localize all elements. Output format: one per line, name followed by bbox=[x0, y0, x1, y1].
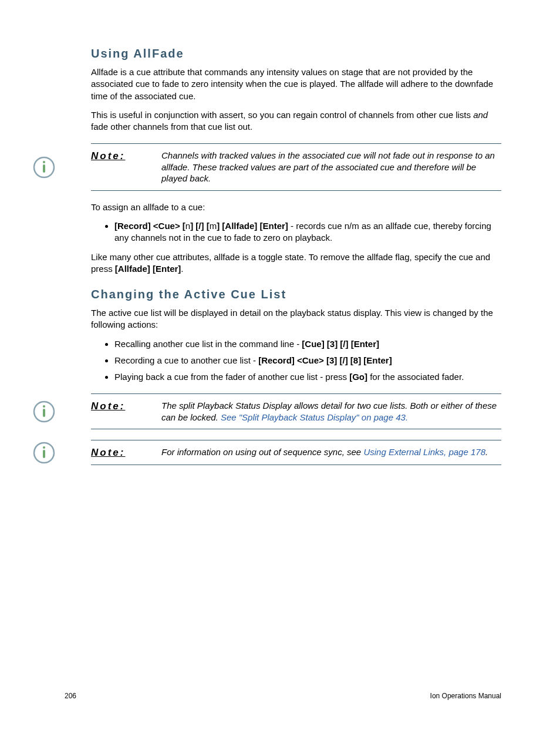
text: for the associated fader. bbox=[367, 372, 464, 382]
text-emphasis: and bbox=[473, 110, 488, 120]
text: . bbox=[485, 447, 488, 457]
info-icon bbox=[32, 400, 56, 423]
note-frame: Note: The split Playback Status Display … bbox=[91, 393, 501, 429]
list-item: [Record] <Cue> [n] [/] [m] [Allfade] [En… bbox=[114, 220, 501, 244]
text: Recalling another cue list in the comman… bbox=[114, 339, 302, 349]
note-body: The split Playback Status Display allows… bbox=[161, 400, 501, 423]
paragraph: The active cue list will be displayed in… bbox=[91, 307, 501, 331]
text: This is useful in conjunction with asser… bbox=[91, 110, 473, 120]
page-number: 206 bbox=[65, 692, 76, 700]
text-bold: ] [/] [ bbox=[190, 221, 209, 231]
bullet-list: [Record] <Cue> [n] [/] [m] [Allfade] [En… bbox=[91, 220, 501, 244]
note-frame: Note: For information on using out of se… bbox=[91, 440, 501, 465]
bullet-list: Recalling another cue list in the comman… bbox=[91, 338, 501, 383]
page: Using AllFade Allfade is a cue attribute… bbox=[0, 0, 560, 747]
text-bold: [Record] <Cue> [3] [/] [8] [Enter] bbox=[258, 355, 392, 365]
text-bold: [Allfade] [Enter] bbox=[115, 264, 181, 274]
page-footer: 206 Ion Operations Manual bbox=[65, 692, 501, 700]
section-title-active-cue: Changing the Active Cue List bbox=[91, 288, 501, 301]
note-body: Channels with tracked values in the asso… bbox=[161, 150, 501, 184]
text-bold: [Cue] [3] [/] [Enter] bbox=[302, 339, 379, 349]
text-bold: ] [Allfade] [Enter] bbox=[217, 221, 288, 231]
list-item: Recording a cue to another cue list - [R… bbox=[114, 355, 501, 366]
cross-reference-link[interactable]: See "Split Playback Status Display" on p… bbox=[221, 412, 408, 422]
note-label: Note: bbox=[91, 400, 161, 412]
svg-point-1 bbox=[43, 161, 45, 163]
main-content: Using AllFade Allfade is a cue attribute… bbox=[91, 47, 501, 476]
note-label: Note: bbox=[91, 150, 161, 162]
svg-rect-8 bbox=[43, 450, 45, 458]
text-bold: [Go] bbox=[349, 372, 367, 382]
section-title-allfade: Using AllFade bbox=[91, 47, 501, 60]
paragraph: To assign an allfade to a cue: bbox=[91, 201, 501, 213]
note-label: Note: bbox=[91, 446, 161, 459]
note-block: Note: For information on using out of se… bbox=[62, 440, 501, 465]
info-icon bbox=[32, 156, 56, 179]
svg-rect-2 bbox=[43, 164, 45, 173]
text: m bbox=[210, 221, 217, 231]
text-bold: [Record] <Cue> [ bbox=[114, 221, 185, 231]
list-item: Playing back a cue from the fader of ano… bbox=[114, 371, 501, 383]
text: For information on using out of sequence… bbox=[161, 447, 363, 457]
cross-reference-link[interactable]: Using External Links, page 178 bbox=[363, 447, 485, 457]
svg-point-4 bbox=[43, 405, 45, 408]
info-icon bbox=[32, 441, 56, 465]
list-item: Recalling another cue list in the comman… bbox=[114, 338, 501, 350]
text: Playing back a cue from the fader of ano… bbox=[114, 372, 349, 382]
text: n bbox=[185, 221, 190, 231]
note-body: For information on using out of sequence… bbox=[161, 446, 501, 458]
svg-point-7 bbox=[43, 446, 45, 449]
paragraph: Like many other cue attributes, allfade … bbox=[91, 251, 501, 275]
text: fade other channels from that cue list o… bbox=[91, 122, 252, 132]
text: Recording a cue to another cue list - bbox=[114, 355, 258, 365]
note-frame: Note: Channels with tracked values in th… bbox=[91, 143, 501, 191]
text: . bbox=[181, 264, 183, 274]
note-block: Note: The split Playback Status Display … bbox=[62, 393, 501, 429]
paragraph: This is useful in conjunction with asser… bbox=[91, 109, 501, 133]
svg-rect-5 bbox=[43, 409, 45, 417]
paragraph: Allfade is a cue attribute that commands… bbox=[91, 66, 501, 102]
document-title-footer: Ion Operations Manual bbox=[430, 692, 501, 700]
note-block: Note: Channels with tracked values in th… bbox=[62, 143, 501, 191]
